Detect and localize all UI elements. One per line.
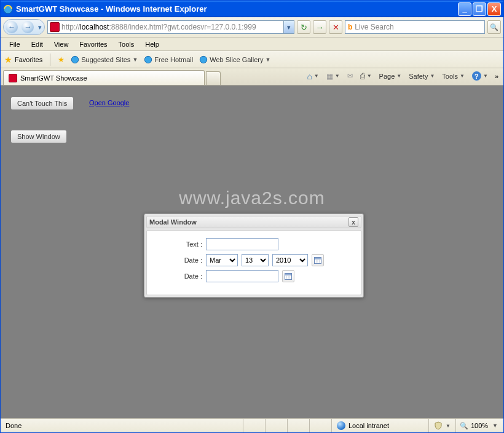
chevron-down-icon: ▼ xyxy=(367,73,372,79)
fav-suggested-sites[interactable]: Suggested Sites ▼ xyxy=(71,55,138,64)
close-icon: X xyxy=(492,4,497,14)
tabbar: SmartGWT Showcase ⌂▼ ▦▼ ✉ ⎙▼ Page▼ Safet… xyxy=(1,68,503,85)
zoom-icon: 🔍 xyxy=(460,422,468,430)
text-input[interactable] xyxy=(206,238,278,250)
stop-icon: ✕ xyxy=(333,23,339,32)
back-button[interactable]: ← xyxy=(6,21,18,33)
navbar: ← → ▾ http://localhost:8888/index.html?g… xyxy=(1,17,503,38)
search-icon: 🔍 xyxy=(490,23,498,31)
zoom-value: 100% xyxy=(471,422,488,429)
print-button[interactable]: ⎙▼ xyxy=(357,70,375,83)
minimize-icon: _ xyxy=(462,4,467,14)
home-icon: ⌂ xyxy=(307,71,312,81)
favorites-button[interactable]: ★ Favorites xyxy=(4,55,42,65)
zoom-control[interactable]: 🔍 100% ▼ xyxy=(456,419,503,432)
menu-file[interactable]: File xyxy=(4,39,25,50)
globe-icon xyxy=(337,421,345,430)
new-tab-button[interactable] xyxy=(206,71,221,85)
go-button[interactable]: → xyxy=(313,20,326,34)
chevron-down-icon: ▼ xyxy=(314,73,319,79)
show-window-button[interactable]: Show Window xyxy=(10,130,67,143)
status-left: Done xyxy=(1,419,243,432)
zone-label: Local intranet xyxy=(348,422,389,429)
back-forward-buttons[interactable]: ← → ▾ xyxy=(3,19,45,35)
fav-web-slice-gallery[interactable]: Web Slice Gallery ▼ xyxy=(199,55,270,64)
refresh-icon: ↻ xyxy=(301,23,307,32)
stop-button[interactable]: ✕ xyxy=(329,20,342,34)
status-pane xyxy=(310,419,332,432)
chevron-down-icon: ▼ xyxy=(490,423,500,429)
separator xyxy=(50,54,50,66)
favorites-bar: ★ Favorites ★ Suggested Sites ▼ Free Hot… xyxy=(1,51,503,68)
chevron-down-icon: ▼ xyxy=(483,73,488,79)
date-picker-button-2[interactable] xyxy=(282,270,294,282)
forward-button[interactable]: → xyxy=(22,21,34,33)
url-protocol: http:// xyxy=(61,23,80,31)
chevron-down-icon: ▼ xyxy=(335,73,340,79)
modal-title: Modal Window xyxy=(149,218,348,226)
menu-favorites[interactable]: Favorites xyxy=(74,39,112,50)
ie-icon xyxy=(71,55,79,64)
page-icon xyxy=(50,22,60,32)
chevron-down-icon: ▼ xyxy=(446,423,451,429)
modal-body: Text : Date : Mar 13 2010 xyxy=(146,230,361,295)
search-box[interactable]: b Live Search xyxy=(345,20,485,34)
search-go-button[interactable]: 🔍 xyxy=(487,20,501,34)
home-button[interactable]: ⌂▼ xyxy=(304,70,321,83)
status-pane xyxy=(243,419,266,432)
tools-label: Tools xyxy=(442,73,458,80)
refresh-button[interactable]: ↻ xyxy=(297,20,310,34)
month-select[interactable]: Mar xyxy=(206,254,238,266)
rss-icon: ▦ xyxy=(326,72,333,81)
go-icon: → xyxy=(316,23,324,32)
help-icon: ? xyxy=(472,71,481,81)
toolbar-overflow[interactable]: » xyxy=(492,73,501,80)
page-content: Can't Touch This Open Google Show Window… xyxy=(1,85,503,418)
modal-close-button[interactable]: x xyxy=(348,217,358,227)
tab-label: SmartGWT Showcase xyxy=(20,74,87,82)
address-dropdown[interactable]: ▾ xyxy=(283,21,294,33)
cant-touch-button[interactable]: Can't Touch This xyxy=(10,97,74,110)
date-text-input[interactable] xyxy=(206,270,278,282)
address-bar[interactable]: http://localhost:8888/index.html?gwt.cod… xyxy=(47,20,294,34)
menubar: File Edit View Favorites Tools Help xyxy=(1,38,503,51)
day-select[interactable]: 13 xyxy=(242,254,269,266)
history-dropdown[interactable]: ▾ xyxy=(38,23,42,31)
modal-window: Modal Window x Text : Date : Mar 13 xyxy=(144,213,364,298)
help-button[interactable]: ?▼ xyxy=(469,70,491,83)
fav-free-hotmail[interactable]: Free Hotmail xyxy=(144,55,193,64)
year-select[interactable]: 2010 xyxy=(272,254,308,266)
menu-edit[interactable]: Edit xyxy=(26,39,48,50)
minimize-button[interactable]: _ xyxy=(458,2,471,16)
tools-menu[interactable]: Tools▼ xyxy=(439,70,468,83)
chevron-down-icon: ▼ xyxy=(430,73,435,79)
date-picker-button[interactable] xyxy=(312,254,324,266)
add-favorite-icon[interactable]: ★ xyxy=(58,55,65,64)
open-google-link[interactable]: Open Google xyxy=(89,99,129,106)
fav-link-label: Free Hotmail xyxy=(154,56,193,63)
close-button[interactable]: X xyxy=(487,2,501,16)
watermark: www.java2s.com xyxy=(1,188,503,209)
protected-mode[interactable]: ▼ xyxy=(429,419,456,432)
date-label: Date : xyxy=(153,256,202,264)
page-menu[interactable]: Page▼ xyxy=(376,70,405,83)
modal-titlebar[interactable]: Modal Window x xyxy=(146,216,361,228)
chevron-down-icon: ▼ xyxy=(265,57,270,63)
menu-tools[interactable]: Tools xyxy=(114,39,140,50)
feeds-button[interactable]: ▦▼ xyxy=(323,70,343,83)
close-icon: x xyxy=(352,219,355,226)
form-row-date-parts: Date : Mar 13 2010 xyxy=(153,254,355,266)
safety-menu[interactable]: Safety▼ xyxy=(406,70,438,83)
menu-help[interactable]: Help xyxy=(140,39,164,50)
ie-icon xyxy=(144,55,152,64)
status-pane xyxy=(288,419,310,432)
statusbar: Done Local intranet ▼ 🔍 100% ▼ xyxy=(1,418,503,432)
chevron-down-icon: ▼ xyxy=(460,73,465,79)
maximize-button[interactable]: ❐ xyxy=(473,2,486,16)
menu-view[interactable]: View xyxy=(49,39,74,50)
read-mail-button[interactable]: ✉ xyxy=(344,70,356,83)
url-text: http://localhost:8888/index.html?gwt.cod… xyxy=(61,23,283,31)
security-zone[interactable]: Local intranet xyxy=(332,419,429,432)
tab-smartgwt[interactable]: SmartGWT Showcase xyxy=(3,70,205,85)
window-buttons: _ ❐ X xyxy=(458,2,501,16)
